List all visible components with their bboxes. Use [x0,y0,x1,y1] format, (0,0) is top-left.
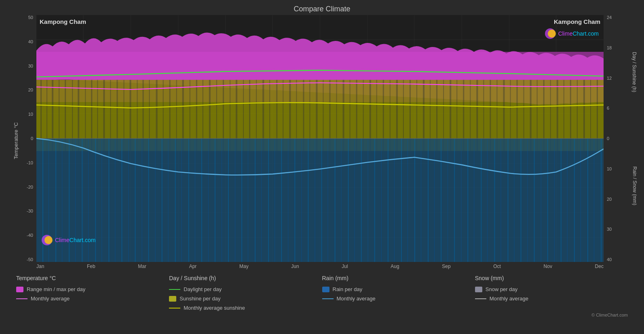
legend-line-sunshine-avg [169,308,180,308]
svg-rect-164 [374,138,375,262]
svg-rect-125 [115,138,115,262]
right-axis-label-top: Day / Sunshine (h) [631,52,637,92]
svg-rect-167 [394,138,395,262]
svg-rect-184 [507,138,508,262]
svg-rect-156 [321,138,322,262]
right-axis-label-bottom: Rain / Snow (mm) [632,166,638,205]
copyright: © ClimeChart.com [0,311,644,317]
legend-title-rain: Rain (mm) [322,275,475,281]
svg-rect-133 [168,138,169,262]
svg-rect-168 [401,138,402,262]
page-title: Compare Climate [0,0,644,15]
legend-label-snow-avg: Monthly average [490,296,528,302]
y-axis-right: 24 18 12 6 0 10 20 30 40 Day / Sunshine … [604,15,632,262]
svg-point-3 [44,236,53,244]
legend-col-rain: Rain (mm) Rain per day Monthly average [322,275,475,311]
legend-item-snow-swatch: Snow per day [475,286,628,292]
svg-rect-183 [500,138,501,262]
svg-rect-157 [328,138,328,262]
legend-line-snow-avg [475,298,486,299]
legend-item-rain-swatch: Rain per day [322,286,475,292]
svg-rect-130 [148,138,149,262]
legend-item-sunshine-swatch: Sunshine per day [169,296,322,302]
legend-label-sunshine: Sunshine per day [179,296,220,302]
svg-rect-139 [208,138,209,262]
svg-rect-189 [541,138,541,262]
svg-rect-169 [408,138,408,262]
legend-label-temp-avg: Monthly average [31,296,70,302]
legend-item-sunshine-avg: Monthly average sunshine [169,305,322,311]
svg-rect-188 [534,138,535,262]
legend-label-daylight: Daylight per day [184,286,222,292]
legend-line-temp-avg [16,298,27,299]
svg-rect-160 [348,138,349,262]
left-location-label: Kampong Cham [40,18,86,25]
legend-title-sunshine: Day / Sunshine (h) [169,275,322,281]
svg-rect-176 [454,138,455,262]
legend-label-rain-avg: Monthly average [337,296,376,302]
svg-rect-138 [201,138,202,262]
svg-rect-137 [195,138,195,262]
legend-title-temperature: Temperature °C [16,275,169,281]
svg-rect-141 [222,138,222,262]
legend-item-daylight: Daylight per day [169,286,322,292]
logo-text-bottom: ClimeChart.com [55,237,95,243]
svg-rect-158 [335,138,336,262]
legend-line-rain-avg [322,298,334,299]
svg-rect-181 [487,138,488,262]
right-location-label: Kampong Cham [554,18,600,25]
svg-rect-159 [341,138,342,262]
svg-rect-166 [388,138,389,262]
logo-bottom-left: ClimeChart.com [41,234,95,246]
chart-area: Kampong Cham Kampong Cham ClimeChart.com… [36,15,604,262]
svg-rect-152 [294,138,295,262]
svg-rect-171 [421,138,421,262]
legend-col-snow: Snow (mm) Snow per day Monthly average [475,275,628,311]
svg-rect-128 [135,138,136,262]
svg-rect-142 [228,138,229,262]
svg-rect-191 [554,138,555,262]
svg-rect-135 [182,138,182,262]
legend-title-snow: Snow (mm) [475,275,628,281]
legend-col-sunshine: Day / Sunshine (h) Daylight per day Suns… [169,275,322,311]
svg-rect-177 [461,138,461,262]
x-axis: Jan Feb Mar Apr May Jun Jul Aug Sep Oct … [12,262,632,269]
legend-item-temp-avg: Monthly average [16,296,169,302]
legend-item-snow-avg: Monthly average [475,296,628,302]
legend-label-sunshine-avg: Monthly average sunshine [184,305,245,311]
svg-rect-153 [301,138,302,262]
svg-rect-186 [521,138,522,262]
svg-rect-187 [528,138,528,262]
svg-rect-198 [601,138,602,262]
svg-rect-173 [434,138,435,262]
svg-rect-144 [241,138,242,262]
svg-rect-185 [514,138,515,262]
legend-col-temperature: Temperature °C Range min / max per day M… [16,275,169,311]
svg-rect-140 [215,138,215,262]
y-axis-left: Temperature °C 50 40 30 20 10 0 -10 -20 … [12,15,36,262]
svg-rect-155 [315,138,315,262]
svg-rect-149 [274,138,275,262]
svg-rect-150 [281,138,282,262]
svg-rect-180 [481,138,481,262]
legend-item-temp-range: Range min / max per day [16,286,169,292]
legend-label-temp-range: Range min / max per day [27,286,85,292]
legend-swatch-snow [475,287,482,292]
svg-rect-197 [594,138,594,262]
svg-rect-126 [121,138,122,262]
svg-rect-190 [547,138,548,262]
legend-line-daylight [169,289,180,290]
legend-label-rain: Rain per day [333,286,363,292]
svg-rect-136 [188,138,189,262]
svg-rect-195 [581,138,581,262]
svg-rect-194 [574,138,575,262]
legend-swatch-rain [322,287,329,292]
svg-rect-147 [261,138,262,262]
svg-rect-162 [361,138,362,262]
svg-rect-148 [268,138,269,262]
svg-rect-132 [162,138,163,262]
svg-rect-131 [155,138,156,262]
svg-rect-163 [368,138,368,262]
legend-swatch-sunshine [169,296,176,302]
svg-rect-175 [448,138,448,262]
